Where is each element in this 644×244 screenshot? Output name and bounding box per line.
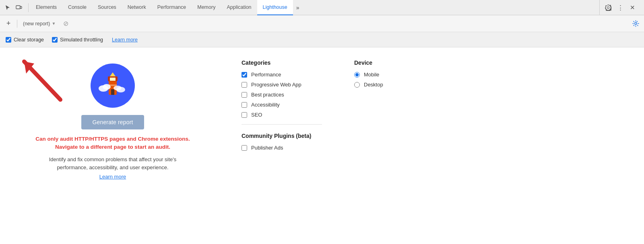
tab-application[interactable]: Application <box>221 0 257 15</box>
tab-lighthouse[interactable]: Lighthouse <box>257 0 293 15</box>
lighthouse-logo <box>91 64 135 108</box>
devtools-mode-icons <box>3 3 29 12</box>
device-title: Device <box>354 59 415 66</box>
category-performance-checkbox[interactable] <box>242 72 247 78</box>
settings-gear-icon[interactable] <box>603 2 613 13</box>
category-accessibility-checkbox[interactable] <box>242 102 247 108</box>
community-plugins-section: Community Plugins (beta) Publisher Ads <box>242 133 322 151</box>
device-desktop-radio[interactable] <box>354 82 360 88</box>
svg-rect-7 <box>110 78 116 81</box>
responsive-icon[interactable] <box>14 3 23 12</box>
add-report-button[interactable]: + <box>3 18 14 29</box>
error-message: Can only audit HTTP/HTTPS pages and Chro… <box>35 135 190 152</box>
simulated-throttling-checkbox[interactable] <box>52 37 58 43</box>
device-section: Device Mobile Desktop <box>354 59 415 232</box>
tab-more-button[interactable]: » <box>293 0 303 15</box>
categories-title: Categories <box>242 59 322 66</box>
cancel-report-button[interactable]: ⊘ <box>61 19 70 28</box>
category-performance[interactable]: Performance <box>242 72 322 78</box>
category-accessibility[interactable]: Accessibility <box>242 102 322 108</box>
category-pwa[interactable]: Progressive Web App <box>242 82 322 88</box>
plugin-publisher-ads-checkbox[interactable] <box>242 145 247 151</box>
description-text: Identify and fix common problems that af… <box>36 156 189 172</box>
left-panel: Generate report Can only audit HTTP/HTTP… <box>0 47 225 244</box>
svg-point-2 <box>635 23 637 25</box>
device-desktop[interactable]: Desktop <box>354 82 415 88</box>
tab-memory[interactable]: Memory <box>192 0 221 15</box>
category-performance-label: Performance <box>251 72 281 78</box>
tab-elements[interactable]: Elements <box>30 0 62 15</box>
main-content: Generate report Can only audit HTTP/HTTP… <box>0 47 644 244</box>
plugin-publisher-ads-label: Publisher Ads <box>251 145 283 151</box>
category-pwa-checkbox[interactable] <box>242 82 247 88</box>
categories-column: Categories Performance Progressive Web A… <box>242 59 322 232</box>
category-best-practices[interactable]: Best practices <box>242 92 322 98</box>
device-desktop-label: Desktop <box>364 82 383 88</box>
device-mobile-label: Mobile <box>364 72 379 78</box>
category-pwa-label: Progressive Web App <box>251 82 301 88</box>
more-vert-icon[interactable]: ⋮ <box>615 2 625 13</box>
tab-sources[interactable]: Sources <box>92 0 122 15</box>
toolbar-separator <box>17 20 17 28</box>
svg-rect-1 <box>20 6 22 8</box>
categories-divider <box>242 124 322 125</box>
report-selector-dropdown[interactable]: (new report) ▼ <box>21 20 58 28</box>
main-learn-more-link[interactable]: Learn more <box>99 174 126 180</box>
close-icon[interactable]: ✕ <box>627 2 638 13</box>
clear-storage-option[interactable]: Clear storage <box>6 37 44 43</box>
error-line2: Navigate to a different page to start an… <box>35 143 190 151</box>
category-best-practices-checkbox[interactable] <box>242 92 247 98</box>
category-best-practices-label: Best practices <box>251 92 284 98</box>
tab-list: Elements Console Sources Network Perform… <box>30 0 599 15</box>
categories-section: Categories Performance Progressive Web A… <box>242 59 322 118</box>
toolbar: + (new report) ▼ ⊘ <box>0 15 644 32</box>
svg-rect-14 <box>109 84 117 86</box>
category-seo-label: SEO <box>251 112 262 118</box>
lighthouse-settings-icon[interactable] <box>630 18 641 29</box>
error-line1: Can only audit HTTP/HTTPS pages and Chro… <box>35 135 190 143</box>
svg-marker-13 <box>110 72 116 76</box>
tab-right-actions: ⋮ ✕ <box>599 0 641 15</box>
right-panel: Categories Performance Progressive Web A… <box>225 47 644 244</box>
category-accessibility-label: Accessibility <box>251 102 280 108</box>
cursor-icon[interactable] <box>3 3 12 12</box>
svg-point-12 <box>114 86 122 90</box>
tab-performance[interactable]: Performance <box>152 0 192 15</box>
svg-rect-0 <box>16 6 20 9</box>
category-seo[interactable]: SEO <box>242 112 322 118</box>
device-mobile-radio[interactable] <box>354 72 360 78</box>
category-seo-checkbox[interactable] <box>242 112 247 118</box>
svg-rect-8 <box>111 89 114 95</box>
toolbar-right <box>630 18 641 29</box>
throttling-learn-more-link[interactable]: Learn more <box>112 37 138 43</box>
red-arrow-indicator <box>12 51 68 108</box>
tab-network[interactable]: Network <box>122 0 152 15</box>
plugin-publisher-ads[interactable]: Publisher Ads <box>242 145 322 151</box>
generate-report-button[interactable]: Generate report <box>81 115 144 129</box>
dropdown-arrow-icon: ▼ <box>52 21 56 26</box>
tab-bar: Elements Console Sources Network Perform… <box>0 0 644 15</box>
options-bar: Clear storage Simulated throttling Learn… <box>0 32 644 47</box>
simulated-throttling-option[interactable]: Simulated throttling <box>52 37 103 43</box>
device-mobile[interactable]: Mobile <box>354 72 415 78</box>
tab-console[interactable]: Console <box>62 0 92 15</box>
clear-storage-checkbox[interactable] <box>6 37 11 43</box>
community-plugins-title: Community Plugins (beta) <box>242 133 322 139</box>
